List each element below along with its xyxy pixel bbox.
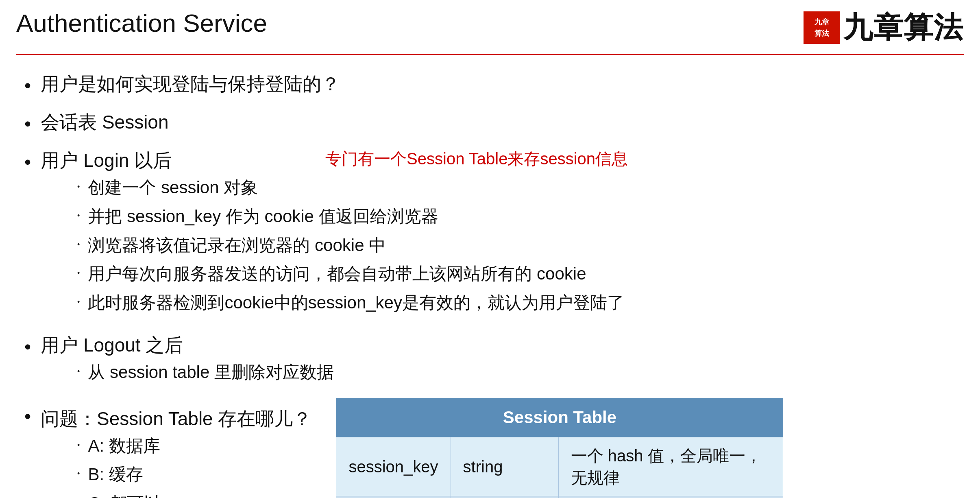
bullet-dot2-4: • xyxy=(77,268,80,278)
bullet-2: • 会话表 Session xyxy=(24,109,964,136)
bullet-3: • 用户 Login 以后 专门有一个Session Table来存sessio… xyxy=(24,148,964,321)
bullet-5: • 问题：Session Table 存在哪儿？ • A: 数据库 • B: xyxy=(24,402,964,498)
bullet-5-child-2: • B: 缓存 xyxy=(77,463,311,486)
bullet-dot2-1: • xyxy=(77,182,80,192)
bullet-5-child-1-text: A: 数据库 xyxy=(88,435,160,458)
bullet-3-child-5: • 此时服务器检测到cookie中的session_key是有效的，就认为用户登… xyxy=(77,291,964,315)
bullet-dot-1: • xyxy=(24,73,31,98)
bullet-4-text: 用户 Logout 之后 xyxy=(41,334,183,356)
bullet-4-child-1: • 从 session table 里删除对应数据 xyxy=(77,361,964,384)
bullet-3-child-4-text: 用户每次向服务器发送的访问，都会自动带上该网站所有的 cookie xyxy=(88,262,586,286)
bullet-3-child-2: • 并把 session_key 作为 cookie 值返回给浏览器 xyxy=(77,205,964,228)
bullet-4-children: • 从 session table 里删除对应数据 xyxy=(77,361,964,384)
bullet-4: • 用户 Logout 之后 • 从 session table 里删除对应数据 xyxy=(24,332,964,391)
bullet-5-child-1: • A: 数据库 xyxy=(77,435,311,458)
user-id-desc: 指向 User Table xyxy=(558,496,783,498)
bullet-3-child-5-text: 此时服务器检测到cookie中的session_key是有效的，就认为用户登陆了 xyxy=(88,291,624,315)
logo-area: 九章 算法 九章算法 xyxy=(804,8,964,47)
bullet-3-child-2-text: 并把 session_key 作为 cookie 值返回给浏览器 xyxy=(88,205,438,228)
left-content: 问题：Session Table 存在哪儿？ • A: 数据库 • B: 缓存 xyxy=(41,406,311,498)
bullet-dot-4: • xyxy=(24,334,31,359)
bottom-section: 问题：Session Table 存在哪儿？ • A: 数据库 • B: 缓存 xyxy=(41,406,964,498)
session-table-title: Session Table xyxy=(336,398,783,437)
bullet-3-child-1: • 创建一个 session 对象 xyxy=(77,176,964,199)
bullet-dot2-7: • xyxy=(77,440,80,450)
bullet-dot2-3: • xyxy=(77,240,80,249)
session-table-container: Session Table session_key string 一个 hash… xyxy=(336,398,964,498)
annotation-text: 专门有一个Session Table来存session信息 xyxy=(325,148,628,170)
bullet-5-child-3: • C: 都可以 xyxy=(77,492,311,498)
bullet-1-text: 用户是如何实现登陆与保持登陆的？ xyxy=(41,71,340,96)
bullet-5-text: 问题：Session Table 存在哪儿？ xyxy=(41,408,311,429)
bullet-dot-3: • xyxy=(24,149,31,175)
bullet-dot-5: • xyxy=(24,404,31,429)
svg-text:九章: 九章 xyxy=(814,17,830,26)
bullet-3-child-3-text: 浏览器将该值记录在浏览器的 cookie 中 xyxy=(88,234,386,257)
bullet-dot2-6: • xyxy=(77,367,80,376)
user-id-field: user_id xyxy=(336,496,451,498)
svg-text:算法: 算法 xyxy=(814,29,830,37)
session-key-desc: 一个 hash 值，全局唯一，无规律 xyxy=(558,437,783,496)
bullet-3-child-3: • 浏览器将该值记录在浏览器的 cookie 中 xyxy=(77,234,964,257)
bullet-3-children: • 创建一个 session 对象 • 并把 session_key 作为 co… xyxy=(77,176,964,314)
session-key-field: session_key xyxy=(336,437,451,496)
logo-text: 九章算法 xyxy=(843,8,964,47)
bullet-dot2-2: • xyxy=(77,211,80,221)
session-key-type: string xyxy=(451,437,558,496)
table-row-2: user_id Foreign key 指向 User Table xyxy=(336,496,783,498)
svg-rect-0 xyxy=(806,13,838,42)
logo-box: 九章 算法 xyxy=(804,11,840,44)
content-area: • 用户是如何实现登陆与保持登陆的？ • 会话表 Session • 用户 Lo… xyxy=(16,71,964,498)
bullet-4-child-1-text: 从 session table 里删除对应数据 xyxy=(88,361,334,384)
page-title: Authentication Service xyxy=(16,8,267,38)
table-row-1: session_key string 一个 hash 值，全局唯一，无规律 xyxy=(336,437,783,496)
bullet-5-children: • A: 数据库 • B: 缓存 • C: 都可以 xyxy=(77,435,311,498)
bullet-3-text: 用户 Login 以后 xyxy=(41,150,172,171)
page-container: Authentication Service 九章 算法 九章算法 • 用户是如… xyxy=(0,0,980,498)
header-area: Authentication Service 九章 算法 九章算法 xyxy=(16,8,964,55)
bullet-5-child-2-text: B: 缓存 xyxy=(88,463,143,486)
bullet-dot-2: • xyxy=(24,111,31,136)
session-table: Session Table session_key string 一个 hash… xyxy=(336,398,783,498)
bullet-dot2-5: • xyxy=(77,297,80,307)
bullet-3-child-1-text: 创建一个 session 对象 xyxy=(88,176,258,199)
user-id-type: Foreign key xyxy=(451,496,558,498)
bullet-3-child-4: • 用户每次向服务器发送的访问，都会自动带上该网站所有的 cookie xyxy=(77,262,964,286)
bullet-dot2-8: • xyxy=(77,469,80,478)
bullet-1: • 用户是如何实现登陆与保持登陆的？ xyxy=(24,71,964,98)
bullet-2-text: 会话表 Session xyxy=(41,109,168,135)
bullet-5-child-3-text: C: 都可以 xyxy=(88,492,161,498)
